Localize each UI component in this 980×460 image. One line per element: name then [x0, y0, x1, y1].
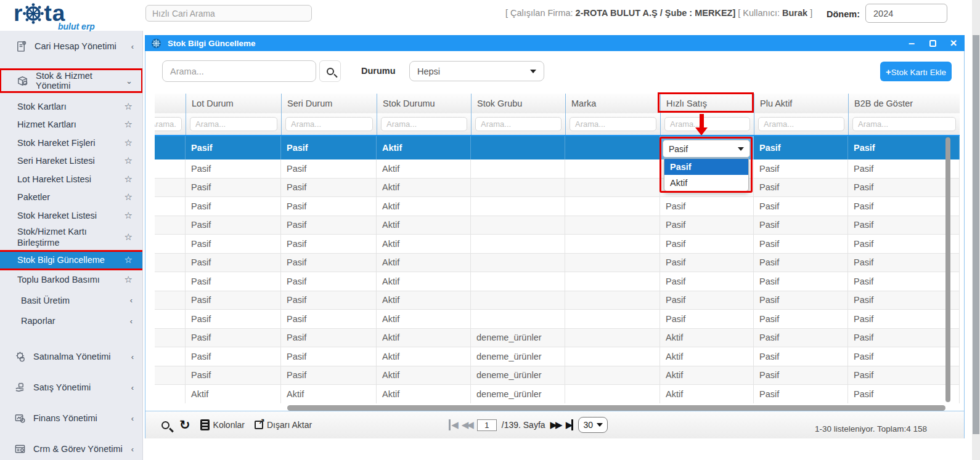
refresh-button[interactable]: ↻ — [179, 419, 190, 431]
table-row[interactable]: PasifPasifAktifPasifPasifPasif — [155, 272, 960, 291]
row-handle-cell[interactable] — [155, 235, 186, 254]
table-cell[interactable]: Pasif — [660, 216, 754, 235]
table-cell[interactable] — [471, 235, 565, 254]
table-cell[interactable]: Pasif — [186, 179, 281, 198]
table-cell[interactable]: Pasif — [281, 347, 377, 366]
table-cell[interactable]: Aktif — [377, 329, 471, 348]
dropdown-option-aktif[interactable]: Aktif — [664, 175, 748, 191]
table-row[interactable]: PasifPasifAktifPasifPasifPasif — [155, 254, 960, 273]
row-handle-cell[interactable] — [155, 216, 186, 235]
table-cell[interactable]: Pasif — [848, 159, 960, 179]
table-cell[interactable]: Pasif — [281, 366, 377, 385]
table-cell[interactable]: Pasif — [281, 197, 377, 216]
table-cell[interactable]: Pasif — [186, 366, 281, 385]
table-row[interactable]: AktifAktifAktifdeneme_ürünlerAktifPasifP… — [155, 385, 960, 403]
status-filter-select[interactable]: Hepsi — [409, 61, 544, 81]
table-cell[interactable]: Aktif — [281, 385, 377, 403]
sidebar-section-stok-hizmet-y-netimi[interactable]: Stok & Hizmet Yönetimi⌄ — [1, 70, 141, 91]
table-cell[interactable] — [565, 291, 660, 310]
table-cell[interactable]: Pasif — [848, 366, 960, 385]
table-cell[interactable]: Pasif — [186, 197, 281, 216]
table-cell[interactable]: Pasif — [186, 254, 281, 273]
favorite-star-icon[interactable]: ☆ — [125, 274, 133, 285]
page-size-select[interactable]: 30 — [578, 417, 608, 433]
table-cell[interactable]: Pasif — [660, 291, 754, 310]
table-cell[interactable]: Aktif — [377, 347, 471, 366]
table-cell[interactable]: Pasif — [754, 254, 848, 273]
table-cell[interactable]: deneme_ürünler — [471, 347, 565, 366]
table-cell[interactable] — [565, 254, 660, 273]
table-cell[interactable]: Pasif — [754, 136, 848, 159]
table-cell[interactable]: deneme_ürünler — [471, 366, 565, 385]
column-filter-input[interactable] — [155, 117, 182, 131]
table-cell[interactable] — [471, 216, 565, 235]
sidebar-item-stok-hareket-fi-leri[interactable]: Stok Hareket Fişleri☆ — [0, 134, 142, 152]
column-header-b2b-de-g-ster[interactable]: B2B de Göster — [848, 94, 960, 113]
row-handle-cell[interactable] — [155, 347, 186, 366]
table-cell[interactable]: Pasif — [754, 235, 848, 254]
table-cell[interactable] — [565, 329, 660, 348]
table-cell[interactable]: Aktif — [186, 385, 281, 403]
table-cell[interactable] — [565, 310, 660, 329]
table-row[interactable]: PasifPasifAktifPasifPasifPasif — [155, 291, 960, 310]
row-handle-cell[interactable] — [155, 329, 186, 348]
column-filter-input[interactable] — [190, 117, 277, 131]
table-cell[interactable] — [471, 136, 565, 159]
table-row[interactable]: PasifPasifAktifPasifPasifPasif — [155, 235, 960, 254]
table-cell[interactable]: Pasif — [754, 310, 848, 329]
column-filter-input[interactable] — [381, 117, 467, 131]
table-cell[interactable]: Pasif — [754, 216, 848, 235]
table-cell[interactable]: Aktif — [377, 179, 471, 198]
favorite-star-icon[interactable]: ☆ — [125, 155, 133, 166]
table-cell[interactable]: Pasif — [660, 197, 754, 216]
table-cell[interactable] — [565, 216, 660, 235]
table-cell[interactable]: Pasif — [848, 347, 960, 366]
grid-horizontal-scrollbar[interactable] — [287, 405, 945, 411]
table-cell[interactable]: Pasif — [281, 329, 377, 348]
sidebar-section-crm-g-rev-y-netimi[interactable]: Crm & Görev Yönetimi‹ — [0, 434, 142, 460]
sidebar-item-seri-hareket-listesi[interactable]: Seri Hareket Listesi☆ — [0, 152, 142, 171]
table-cell[interactable]: Aktif — [377, 159, 471, 179]
table-cell[interactable]: Pasif — [848, 216, 960, 235]
table-cell[interactable]: Pasif — [754, 179, 848, 198]
table-cell[interactable]: Pasif — [848, 329, 960, 348]
table-cell[interactable]: Pasif — [660, 310, 754, 329]
row-handle-cell[interactable] — [155, 197, 186, 216]
column-header-plu-aktif[interactable]: Plu Aktif — [754, 94, 848, 113]
table-cell[interactable]: Pasif — [186, 347, 281, 366]
row-handle-cell[interactable] — [155, 159, 186, 179]
sidebar-item-stok-hizmet-kart-birle-tirme[interactable]: Stok/Hizmet Kartı Birleştirme☆ — [0, 225, 142, 249]
table-cell[interactable]: deneme_ürünler — [471, 385, 565, 403]
first-page-button[interactable]: ◀ — [449, 419, 457, 430]
favorite-star-icon[interactable]: ☆ — [125, 119, 133, 130]
table-cell[interactable] — [471, 197, 565, 216]
favorite-star-icon[interactable]: ☆ — [125, 101, 133, 112]
table-cell[interactable] — [471, 272, 565, 291]
row-handle-cell[interactable] — [155, 366, 186, 385]
favorite-star-icon[interactable]: ☆ — [125, 174, 133, 185]
quick-cari-search-input[interactable] — [145, 5, 312, 22]
sidebar-item-stok-bilgi-g-ncelleme[interactable]: Stok Bilgi Güncelleme☆ — [0, 252, 142, 268]
column-header-stok-durumu[interactable]: Stok Durumu — [377, 94, 471, 113]
table-row[interactable]: PasifPasifAktifdeneme_ürünlerAktifPasifP… — [155, 329, 960, 348]
row-handle-cell[interactable] — [155, 385, 186, 403]
table-cell[interactable]: Pasif — [281, 136, 377, 159]
table-cell[interactable]: Pasif — [281, 254, 377, 273]
sidebar-section-finans-y-netimi[interactable]: Finans Yönetimi‹ — [0, 403, 142, 434]
table-row[interactable]: PasifPasifAktifPasifPasifPasif — [155, 310, 960, 329]
table-cell[interactable]: Pasif — [848, 254, 960, 273]
column-filter-input[interactable] — [285, 117, 373, 131]
dropdown-option-pasif[interactable]: Pasif — [664, 159, 748, 175]
table-cell[interactable] — [565, 366, 660, 385]
table-cell[interactable]: Pasif — [848, 179, 960, 198]
table-cell[interactable] — [565, 197, 660, 216]
maximize-button[interactable] — [928, 38, 937, 48]
table-cell[interactable]: Pasif — [660, 272, 754, 291]
table-cell[interactable]: Aktif — [660, 385, 754, 403]
table-cell[interactable] — [565, 136, 660, 159]
row-handle-cell[interactable] — [155, 310, 186, 329]
page-number-input[interactable] — [477, 419, 497, 431]
column-header-marka[interactable]: Marka — [565, 94, 660, 113]
table-cell[interactable]: Pasif — [660, 254, 754, 273]
table-cell[interactable]: Pasif — [754, 159, 848, 179]
